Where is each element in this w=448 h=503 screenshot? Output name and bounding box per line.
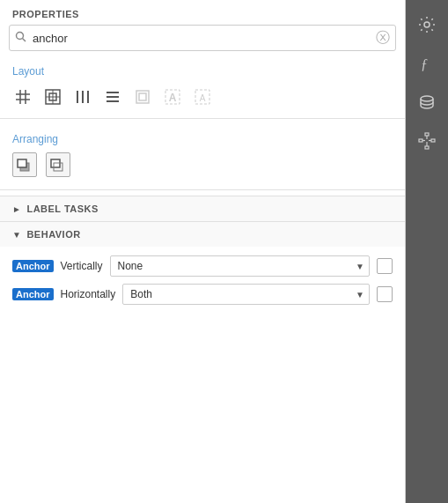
anchor-vertically-row: Anchor Vertically None Top Bottom Both ▼ [12,255,393,277]
svg-rect-32 [425,146,429,149]
svg-line-1 [23,38,26,41]
bring-forward-button[interactable] [12,152,37,177]
svg-point-26 [424,22,430,27]
anchor-horizontally-badge: Anchor [12,288,54,300]
layout-icons-group: A A [0,81,405,113]
anchor-vertically-badge: Anchor [12,260,54,272]
grid-icon[interactable] [12,86,33,107]
behavior-arrow: ▼ [12,230,21,240]
function-icon[interactable]: ƒ [409,46,444,81]
svg-point-28 [421,96,433,101]
divider-1 [0,118,405,119]
label-tasks-arrow: ► [12,204,21,214]
svg-rect-30 [419,139,422,142]
layout-section-label: Layout [0,60,405,81]
anchor-vertically-checkbox[interactable] [377,258,393,274]
label-tasks-label: LABEL TASKS [26,203,99,214]
svg-rect-29 [425,133,429,136]
database-icon[interactable] [409,85,444,120]
box-icon [132,86,153,107]
anchor-horizontally-row: Anchor Horizontally None Left Right Both… [12,284,393,305]
anchor-vertically-label: Vertically [61,260,103,272]
text-frame2-icon: A [192,86,213,107]
properties-panel: PROPERTIES ⓧ Layout [0,0,406,503]
panel-title: PROPERTIES [0,0,405,25]
behavior-header[interactable]: ▼ BEHAVIOR [0,221,405,247]
search-bar: ⓧ [9,25,396,51]
settings-icon[interactable] [409,7,444,42]
svg-point-0 [17,32,24,39]
anchor-horizontally-select[interactable]: None Left Right Both [122,284,370,305]
search-icon [15,31,27,46]
svg-text:A: A [200,93,206,103]
svg-rect-23 [18,159,26,167]
rows-icon[interactable] [102,86,123,107]
arrange-icons-group [0,149,405,181]
svg-rect-17 [139,93,146,100]
anchor-horizontally-label: Horizontally [61,288,116,300]
behavior-section: Anchor Vertically None Top Bottom Both ▼… [0,247,405,321]
svg-text:A: A [169,92,177,104]
svg-rect-31 [431,139,435,142]
text-frame-icon: A [162,86,183,107]
send-backward-button[interactable] [46,152,70,177]
divider-2 [0,189,405,190]
svg-text:ƒ: ƒ [421,56,428,71]
search-clear-button[interactable]: ⓧ [376,31,390,45]
sidebar: ƒ [406,0,448,503]
anchor-horizontally-dropdown-wrap: None Left Right Both ▼ [122,284,370,305]
label-tasks-header[interactable]: ► LABEL TASKS [0,196,405,221]
center-align-icon[interactable] [42,86,63,107]
anchor-vertically-select[interactable]: None Top Bottom Both [110,255,370,277]
arranging-section-label: Arranging [0,128,405,149]
search-input[interactable] [33,32,376,45]
arranging-section: Arranging [0,124,405,184]
network-icon[interactable] [409,123,444,159]
columns-icon[interactable] [72,86,93,107]
anchor-horizontally-checkbox[interactable] [377,286,393,302]
behavior-label: BEHAVIOR [26,229,80,240]
svg-rect-16 [136,91,149,103]
anchor-vertically-dropdown-wrap: None Top Bottom Both ▼ [110,255,370,277]
